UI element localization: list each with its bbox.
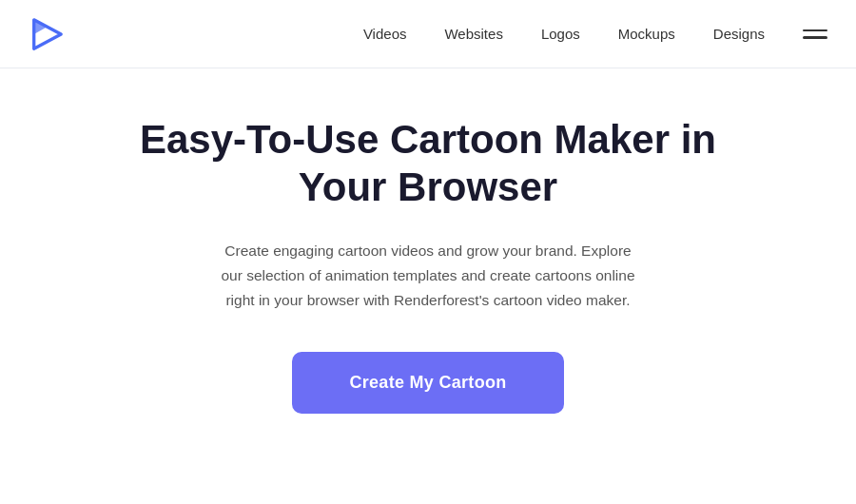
nav-item-websites[interactable]: Websites [444,26,502,43]
main-nav: Videos Websites Logos Mockups Designs [0,0,856,68]
logo[interactable] [29,16,65,52]
nav-item-videos[interactable]: Videos [363,26,407,43]
hero-section: Easy-To-Use Cartoon Maker in Your Browse… [0,68,856,452]
nav-item-mockups[interactable]: Mockups [618,26,675,43]
hero-subtitle: Create engaging cartoon videos and grow … [219,239,637,314]
nav-item-designs[interactable]: Designs [713,26,765,43]
hamburger-menu[interactable] [803,29,827,39]
create-cartoon-button[interactable]: Create My Cartoon [292,352,563,414]
hero-title: Easy-To-Use Cartoon Maker in Your Browse… [133,116,723,212]
nav-item-logos[interactable]: Logos [541,26,580,43]
nav-links: Videos Websites Logos Mockups Designs [363,26,765,43]
